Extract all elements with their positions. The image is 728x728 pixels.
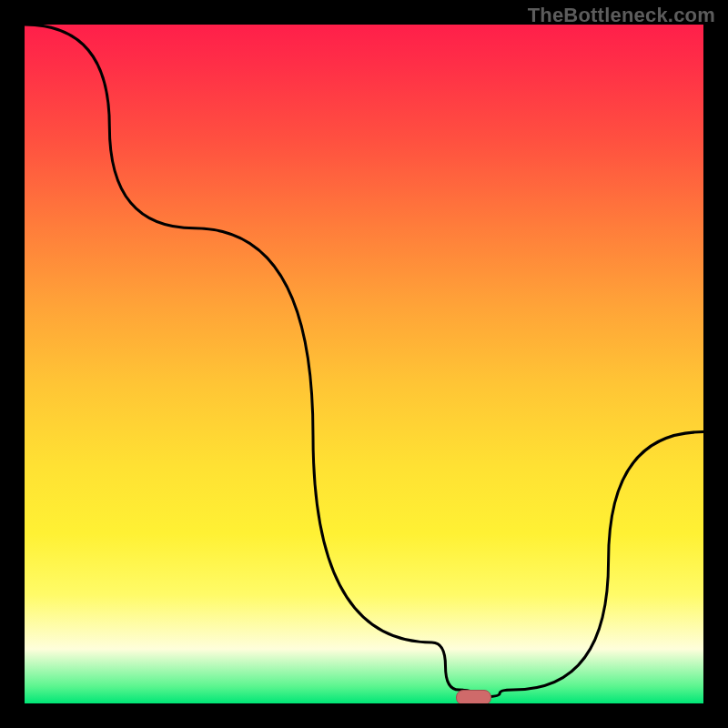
plot-area	[25, 25, 703, 703]
watermark-text: TheBottleneck.com	[528, 4, 715, 27]
chart-container: TheBottleneck.com	[0, 0, 728, 728]
optimum-marker	[456, 690, 491, 703]
bottleneck-curve	[25, 25, 703, 703]
curve-path	[25, 25, 703, 697]
